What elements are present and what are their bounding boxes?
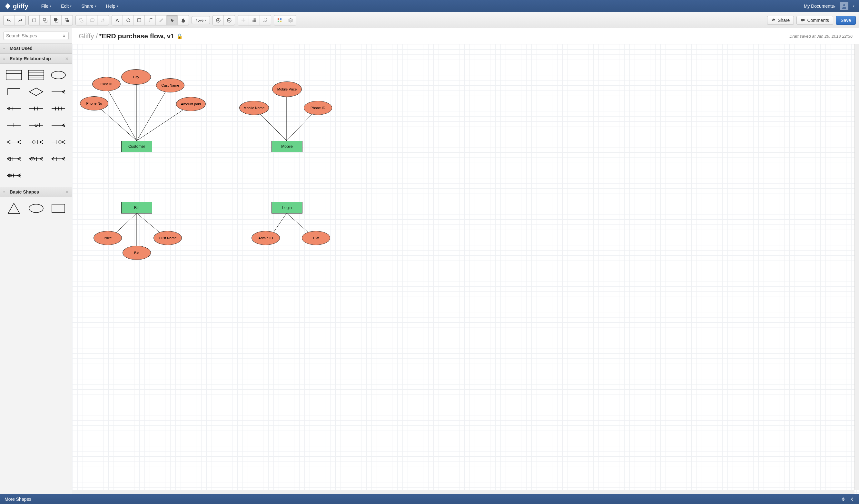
er-attribute-shape[interactable] [48, 68, 69, 82]
send-back-icon [64, 18, 70, 23]
grid-button[interactable] [249, 15, 260, 25]
menu-share[interactable]: Share▾ [81, 3, 96, 9]
category-most-used[interactable]: ≡ Most Used [0, 43, 72, 53]
top-menu-bar: gliffy File▾ Edit▾ Share▾ Help▾ My Docum… [0, 0, 859, 12]
svg-rect-28 [28, 70, 44, 80]
theme-group [274, 15, 296, 26]
er-entity-shape[interactable] [3, 68, 24, 82]
er-conn-13[interactable] [3, 169, 24, 182]
canvas[interactable]: Customer Cust ID City Cust Name Phone No… [72, 44, 859, 494]
erd-attr-cust-name[interactable]: Cust Name [156, 78, 184, 92]
erd-attr-mobile-name[interactable]: Mobile Name [239, 101, 269, 115]
user-avatar[interactable] [840, 2, 848, 10]
erd-entity-login[interactable]: Login [271, 202, 302, 214]
svg-rect-3 [45, 20, 47, 22]
chevron-down-icon: ▾ [205, 19, 206, 22]
vertical-scrollbar[interactable] [855, 44, 859, 490]
erd-attr-city[interactable]: City [121, 69, 151, 85]
sidebar-footer: More Shapes [0, 494, 859, 504]
erd-attr-admin-id[interactable]: Admin ID [252, 231, 280, 245]
ungroup-button[interactable] [40, 15, 51, 25]
comment-icon [801, 18, 805, 22]
close-icon[interactable]: ✕ [65, 190, 69, 194]
note-icon [90, 18, 95, 23]
group-button[interactable] [29, 15, 40, 25]
zoom-out-button[interactable] [224, 15, 235, 25]
user-icon [842, 3, 847, 9]
erd-attr-bill-cust-name[interactable]: Cust Name [153, 231, 182, 245]
er-conn-2[interactable] [26, 102, 46, 115]
search-field[interactable] [6, 33, 63, 38]
ellipse-shape[interactable] [26, 202, 46, 215]
search-shapes-input[interactable] [3, 32, 69, 40]
layers-button[interactable] [285, 15, 296, 25]
er-conn-7[interactable] [3, 135, 24, 149]
erd-attr-cust-id[interactable]: Cust ID [92, 77, 121, 91]
menu-help[interactable]: Help▾ [106, 3, 118, 9]
erd-attr-phone-no[interactable]: Phone No [80, 96, 108, 110]
guides-button[interactable] [260, 15, 271, 25]
app-logo: gliffy [4, 3, 28, 10]
er-conn-11[interactable] [26, 152, 46, 166]
menu-edit[interactable]: Edit▾ [61, 3, 72, 9]
bring-front-button[interactable] [51, 15, 62, 25]
share-icon [771, 18, 776, 22]
erd-connectors [72, 44, 859, 494]
erd-attr-price[interactable]: Price [93, 231, 122, 245]
theme-button[interactable] [274, 15, 285, 25]
category-basic-shapes[interactable]: ≡ Basic Shapes ✕ [0, 187, 72, 197]
pointer-tool-button[interactable] [167, 15, 178, 25]
er-conn-3[interactable] [48, 102, 69, 115]
ellipse-tool-button[interactable] [123, 15, 134, 25]
line-tool-button[interactable] [156, 15, 167, 25]
er-rect-shape[interactable] [3, 85, 24, 98]
erd-attr-amount-paid[interactable]: Amount paid [176, 97, 206, 111]
text-tool-button[interactable]: A [112, 15, 123, 25]
collapse-vertical-icon[interactable] [841, 497, 845, 501]
triangle-shape[interactable] [3, 202, 24, 215]
brand-text: gliffy [13, 3, 28, 10]
er-conn-9[interactable] [48, 135, 69, 149]
erd-attr-bid[interactable]: Bid [122, 246, 151, 260]
er-conn-10[interactable] [3, 152, 24, 166]
rectangle-shape[interactable] [48, 202, 69, 215]
comments-button[interactable]: Comments [796, 16, 833, 25]
er-conn-5[interactable] [26, 119, 46, 132]
erd-entity-mobile[interactable]: Mobile [271, 141, 302, 152]
my-documents-link[interactable]: My Documents▾ [804, 3, 835, 9]
snap-button[interactable] [238, 15, 249, 25]
er-conn-4[interactable] [3, 119, 24, 132]
zoom-dropdown[interactable]: 75%▾ [192, 16, 210, 24]
erd-attr-phone-id[interactable]: Phone ID [304, 101, 332, 115]
category-entity-relationship[interactable]: ≡ Entity-Relationship ✕ [0, 53, 72, 64]
horizontal-scrollbar[interactable] [72, 490, 855, 494]
er-conn-8[interactable] [26, 135, 46, 149]
breadcrumb[interactable]: Gliffy / [79, 32, 98, 40]
er-conn-1[interactable] [3, 102, 24, 115]
more-shapes-link[interactable]: More Shapes [4, 497, 31, 502]
er-relationship-shape[interactable] [26, 85, 46, 98]
menu-file[interactable]: File▾ [41, 3, 51, 9]
er-conn-12[interactable] [48, 152, 69, 166]
rect-tool-button[interactable] [134, 15, 145, 25]
send-back-button[interactable] [62, 15, 73, 25]
erd-attr-pw[interactable]: PW [302, 231, 330, 245]
top-menus: File▾ Edit▾ Share▾ Help▾ [41, 3, 118, 9]
er-many-to-one-shape[interactable] [48, 85, 69, 98]
erd-attr-mobile-price[interactable]: Mobile Price [272, 81, 302, 97]
er-entity-rows-shape[interactable] [26, 68, 46, 82]
zoom-in-button[interactable] [213, 15, 224, 25]
redo-button[interactable] [15, 15, 26, 25]
connector-tool-button[interactable] [145, 15, 156, 25]
chevron-down-icon[interactable]: ▾ [853, 4, 855, 8]
svg-line-75 [137, 105, 190, 141]
er-conn-6[interactable] [48, 119, 69, 132]
collapse-sidebar-icon[interactable] [850, 497, 855, 501]
pan-tool-button[interactable] [178, 15, 189, 25]
save-button[interactable]: Save [836, 16, 856, 25]
erd-entity-bill[interactable]: Bill [121, 202, 152, 214]
undo-button[interactable] [3, 15, 15, 25]
close-icon[interactable]: ✕ [65, 56, 69, 61]
erd-entity-customer[interactable]: Customer [121, 141, 152, 152]
share-button[interactable]: Share [767, 16, 794, 25]
